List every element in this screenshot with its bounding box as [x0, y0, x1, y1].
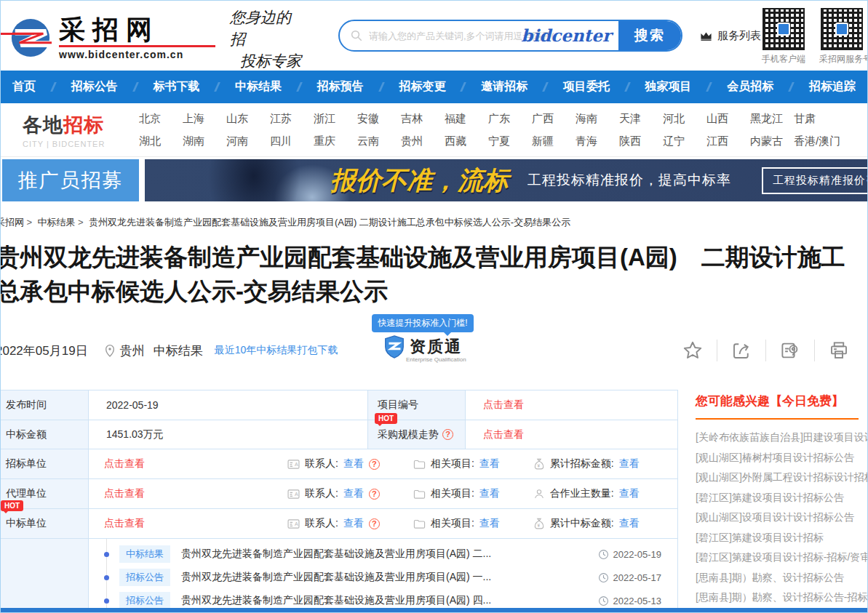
region-link[interactable]: 海南: [576, 112, 619, 126]
region-link[interactable]: 甘肃: [794, 112, 856, 126]
nav-item-tender-tracking[interactable]: 招标追踪: [809, 79, 856, 95]
region-link[interactable]: 新疆: [532, 135, 576, 148]
region-link[interactable]: 黑龙江: [750, 112, 794, 126]
question-icon[interactable]: [369, 518, 380, 529]
question-icon[interactable]: [442, 429, 453, 440]
qualification-widget[interactable]: 快速提升投标准入门槛! 资质通 Enterprise Qualification: [368, 314, 477, 363]
region-link[interactable]: 云南: [357, 135, 401, 148]
region-link[interactable]: 福建: [445, 112, 488, 126]
nav-separator: [296, 82, 303, 92]
sidebar-item[interactable]: [关岭布依族苗族自治县]田建设项目设计: [696, 428, 868, 448]
region-link[interactable]: 香港/澳门: [794, 135, 856, 148]
total-tender-amount-view-link[interactable]: 查看: [619, 457, 640, 470]
region-link[interactable]: 西藏: [445, 135, 488, 148]
region-link[interactable]: 内蒙古: [750, 135, 794, 148]
region-link[interactable]: 天津: [619, 112, 663, 126]
breadcrumb-home[interactable]: 采招网: [0, 217, 37, 228]
service-list-link[interactable]: 服务列表: [700, 29, 761, 43]
announcement-title[interactable]: 贵州双龙先进装备制造产业园配套基础设施及营业用房项目(A园) 四...: [181, 594, 491, 607]
favorite-button[interactable]: [669, 340, 717, 361]
announcement-title[interactable]: 贵州双龙先进装备制造产业园配套基础设施及营业用房项目(A园) 二...: [181, 548, 491, 561]
region-link[interactable]: 河南: [226, 135, 270, 148]
region-link[interactable]: 辽宁: [663, 135, 706, 148]
download-pack-link[interactable]: 最近10年中标结果打包下载: [215, 344, 338, 357]
region-link[interactable]: 安徽: [357, 112, 401, 126]
region-link[interactable]: 江西: [706, 135, 750, 148]
promoter-recruit-banner[interactable]: 推广员招募: [2, 159, 139, 201]
nav-item-member-tenders[interactable]: 会员招标: [727, 79, 773, 95]
page-title: 贵州双龙先进装备制造产业园配套基础设施及营业用房项目(A园) 二期设计施工总承包…: [0, 240, 868, 308]
contact-view-link[interactable]: 查看: [343, 517, 364, 530]
nav-item-tender-preview[interactable]: 招标预告: [317, 79, 364, 95]
sidebar-item[interactable]: [观山湖区]设项目设计设计招标公告: [696, 508, 868, 528]
region-link[interactable]: 贵州: [401, 135, 445, 148]
site-logo[interactable]: 采招网 www.bidcenter.com.cn: [9, 11, 215, 60]
partner-owner-count-view-link[interactable]: 查看: [619, 487, 640, 500]
agency-unit-view-link[interactable]: 点击查看: [104, 487, 287, 500]
project-number-view-link[interactable]: 点击查看: [483, 398, 524, 412]
question-icon[interactable]: [369, 489, 380, 500]
search-button[interactable]: 搜索: [618, 20, 681, 52]
nav-item-award-results[interactable]: 中标结果: [235, 79, 282, 95]
announcement-type-badge[interactable]: 中标结果: [119, 545, 170, 563]
region-link[interactable]: 青海: [576, 135, 619, 148]
nav-item-bid-doc-download[interactable]: 标书下载: [153, 79, 199, 95]
tender-unit-view-link[interactable]: 点击查看: [104, 457, 287, 470]
tagline-line1: 您身边的招: [230, 7, 303, 50]
region-link[interactable]: 四川: [270, 135, 314, 148]
contact-view-link[interactable]: 查看: [343, 487, 364, 500]
sidebar-item[interactable]: [碧江区]第建设项目设计招标: [696, 528, 868, 548]
region-link[interactable]: 湖南: [183, 135, 226, 148]
sidebar-item[interactable]: [思南县]期）勘察、设计招标公告: [696, 568, 868, 588]
print-button[interactable]: [814, 340, 863, 361]
region-link[interactable]: 吉林: [401, 112, 445, 126]
related-projects-view-link[interactable]: 查看: [479, 457, 500, 470]
question-icon[interactable]: [369, 459, 380, 470]
sidebar-item[interactable]: [碧江区]第建设项目设计招标公告: [696, 488, 868, 508]
nav-item-home[interactable]: 首页: [12, 79, 36, 95]
ad-banner[interactable]: 报价不准，流标 工程投标精准报价，提高中标率 工程投标精准报价咨询: [145, 159, 868, 201]
announcement-title[interactable]: 贵州双龙先进装备制造产业园配套基础设施及营业用房项目(A园) 一...: [181, 571, 491, 584]
region-link[interactable]: 上海: [183, 112, 226, 126]
sidebar-item[interactable]: [观山湖区]外附属工程设计招标设计招标公告: [696, 468, 868, 488]
region-link[interactable]: 浙江: [314, 112, 357, 126]
region-link[interactable]: 江苏: [270, 112, 314, 126]
nav-item-project-entrust[interactable]: 项目委托: [563, 79, 610, 95]
related-projects-view-link[interactable]: 查看: [479, 517, 500, 530]
announcement-type-badge[interactable]: 招标公告: [119, 592, 170, 609]
winning-unit-view-link[interactable]: 点击查看: [104, 517, 287, 530]
category-label[interactable]: 中标结果: [154, 342, 203, 359]
table-row: HOT 中标单位 点击查看 A 联系人: 查看: [0, 508, 677, 538]
region-link[interactable]: 宁夏: [488, 135, 532, 148]
sidebar-item[interactable]: [碧江区]第建设项目设计招标-招标/资审文件: [696, 548, 868, 568]
main-nav: 首页 招标公告 标书下载 中标结果 招标预告 招标变更 邀请招标 项目委托 独家…: [1, 71, 867, 103]
region-grid: 北京上海山东江苏浙江安徽吉林福建广东广西海南天津河北山西黑龙江甘肃 湖北湖南河南…: [139, 112, 856, 148]
province-label[interactable]: 贵州: [120, 342, 145, 359]
sidebar-item[interactable]: [思南县]期）勘察、设计招标公告-招标/资审: [696, 588, 868, 608]
region-link[interactable]: 河北: [663, 112, 706, 126]
nav-item-tender-changes[interactable]: 招标变更: [399, 79, 445, 95]
total-award-amount-view-link[interactable]: 查看: [619, 517, 640, 530]
region-link[interactable]: 山西: [706, 112, 750, 126]
share-button[interactable]: [717, 340, 765, 361]
contact-view-link[interactable]: 查看: [343, 457, 364, 470]
breadcrumb-category[interactable]: 中标结果: [37, 217, 88, 228]
region-link[interactable]: 广东: [488, 112, 532, 126]
sidebar-item[interactable]: [观山湖区]椿树村项目设计招标公告: [696, 448, 868, 468]
search-input[interactable]: [363, 21, 618, 50]
procurement-trend-view-link[interactable]: 点击查看: [483, 428, 524, 441]
nav-item-tender-announcements[interactable]: 招标公告: [71, 79, 118, 95]
region-link[interactable]: 广西: [532, 112, 576, 126]
nav-item-exclusive-projects[interactable]: 独家项目: [645, 79, 692, 95]
region-link[interactable]: 陕西: [619, 135, 663, 148]
region-link[interactable]: 重庆: [314, 135, 357, 148]
region-link[interactable]: 湖北: [139, 135, 183, 148]
nav-item-invited-tenders[interactable]: 邀请招标: [481, 79, 527, 95]
banner-consult-button[interactable]: 工程投标精准报价咨询: [762, 167, 868, 194]
announcement-type-badge[interactable]: 招标公告: [119, 569, 170, 586]
region-link[interactable]: 北京: [139, 112, 183, 126]
region-link[interactable]: 山东: [226, 112, 270, 126]
map-doc-button[interactable]: [765, 340, 814, 361]
related-projects-view-link[interactable]: 查看: [479, 487, 500, 500]
nav-separator: [378, 82, 385, 92]
